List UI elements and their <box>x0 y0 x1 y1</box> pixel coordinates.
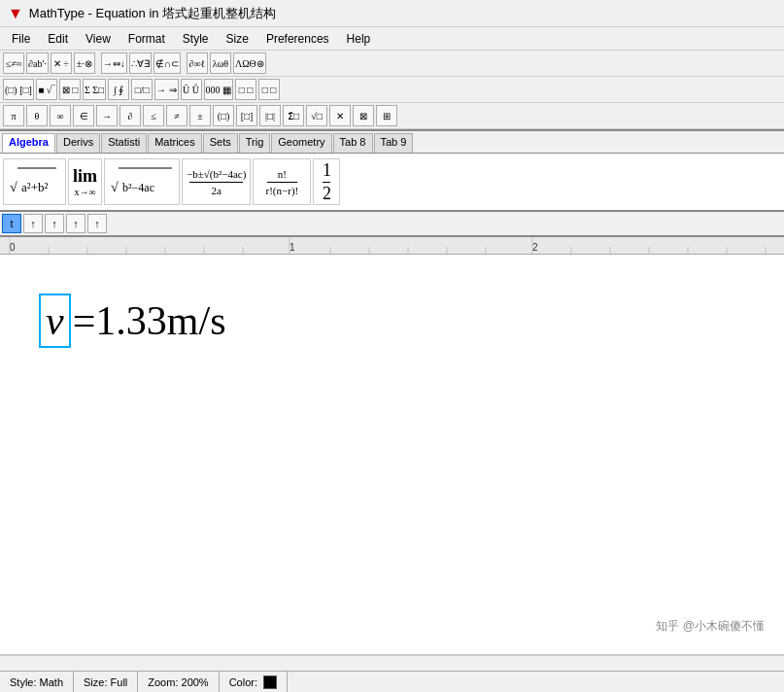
symbol-tabs: Algebra Derivs Statisti Matrices Sets Tr… <box>0 131 784 154</box>
tb-p2[interactable]: (□) <box>213 105 234 126</box>
tb-cross[interactable]: ✕ ÷ <box>51 52 72 74</box>
sym-sqrt-discriminant[interactable]: √ b²−4ac <box>104 158 180 205</box>
tb-arrows2[interactable]: → ⇒ <box>154 79 179 100</box>
equation-display: v =1.33m/s <box>39 294 745 348</box>
toolbar-row-3: π θ ∞ ∈ → ∂ ≤ ≠ ± (□) [□] |□| Σ̂□ √□ ✕ ⊠… <box>0 103 784 129</box>
tb-elem[interactable]: ∈ <box>73 105 94 126</box>
tb-parens[interactable]: (□) [□] <box>3 79 34 100</box>
tb-sets[interactable]: ∉∩⊂ <box>153 52 181 74</box>
tb-pm[interactable]: ± <box>189 105 211 126</box>
tab-geometry[interactable]: Geometry <box>271 133 331 153</box>
tb-times[interactable]: ✕ <box>329 105 351 126</box>
tab-sets[interactable]: Sets <box>203 133 238 153</box>
sym-sqrt-sum[interactable]: √ a²+b² <box>3 158 66 205</box>
menu-view[interactable]: View <box>78 30 119 48</box>
title-icon: ▼ <box>8 5 23 22</box>
tb-p3[interactable]: [□] <box>236 105 257 126</box>
tb-greek-u[interactable]: ΛΩΘ⊛ <box>233 52 266 74</box>
status-style: Style: Math <box>0 672 74 692</box>
tb-neq[interactable]: ≠ <box>166 105 187 126</box>
tab-8[interactable]: Tab 8 <box>333 133 373 153</box>
tb-more1[interactable]: □ □ <box>235 79 256 100</box>
status-bar: Style: Math Size: Full Zoom: 200% Color: <box>0 671 784 692</box>
status-color: Color: <box>220 672 288 692</box>
sym-combination[interactable]: n! r!(n−r)! <box>253 158 311 205</box>
tb-inequalities[interactable]: ≤≠≈ <box>3 52 24 74</box>
tab-algebra[interactable]: Algebra <box>2 133 55 153</box>
status-size: Size: Full <box>74 672 138 692</box>
bt-up1[interactable]: ↑ <box>23 214 43 233</box>
tab-derivs[interactable]: Derivs <box>56 133 100 153</box>
svg-text:a²+b²: a²+b² <box>21 180 48 194</box>
tb-dotplus[interactable]: ±·⊗ <box>74 52 95 74</box>
tb-misc2[interactable]: 000 ▦ <box>204 79 234 100</box>
svg-rect-6 <box>0 237 784 255</box>
bt-up4[interactable]: ↑ <box>87 214 107 233</box>
bt-t[interactable]: t <box>2 214 21 233</box>
tb-sqrt[interactable]: ■ √‾ <box>36 79 57 100</box>
menu-preferences[interactable]: Preferences <box>258 30 337 48</box>
bt-up3[interactable]: ↑ <box>66 214 85 233</box>
menu-help[interactable]: Help <box>339 30 379 48</box>
tb-boxplus[interactable]: ⊞ <box>376 105 397 126</box>
tb-greek-l[interactable]: λωθ <box>210 52 231 74</box>
ruler: 0 1 2 <box>0 237 784 255</box>
tb-more2[interactable]: □ □ <box>258 79 280 100</box>
equation-variable: v <box>39 294 71 348</box>
tb-leq[interactable]: ≤ <box>143 105 164 126</box>
sym-half[interactable]: 1 2 <box>313 158 340 205</box>
sym-quadratic[interactable]: −b±√(b²−4ac) 2a <box>182 158 251 205</box>
tb-sums[interactable]: Σ Σ□ <box>83 79 106 100</box>
svg-text:√: √ <box>111 180 119 194</box>
sym-limit[interactable]: lim x→∞ <box>68 158 102 205</box>
menu-size[interactable]: Size <box>219 30 256 48</box>
tb-logic[interactable]: ∴∀∃ <box>129 52 152 74</box>
tb-infty[interactable]: ∞ <box>50 105 71 126</box>
tab-statisti[interactable]: Statisti <box>101 133 147 153</box>
tb-pi[interactable]: π <box>3 105 24 126</box>
menu-style[interactable]: Style <box>175 30 217 48</box>
bottom-toolbar: t ↑ ↑ ↑ ↑ <box>0 212 784 237</box>
menu-format[interactable]: Format <box>120 30 173 48</box>
status-zoom: Zoom: 200% <box>138 672 219 692</box>
tb-calculus[interactable]: ∂ab'· <box>26 52 49 74</box>
tb-fracs[interactable]: □/□ <box>131 79 153 100</box>
tab-9[interactable]: Tab 9 <box>374 133 414 153</box>
tb-sqrts[interactable]: √□ <box>306 105 327 126</box>
title-bar: ▼ MathType - Equation in 塔式起重机整机结构 <box>0 0 784 27</box>
menu-file[interactable]: File <box>4 30 38 48</box>
tb-theta[interactable]: θ <box>26 105 48 126</box>
tb-decorated[interactable]: Ū Ů <box>181 79 202 100</box>
watermark: 知乎 @小木碗傻不懂 <box>656 618 765 635</box>
tab-matrices[interactable]: Matrices <box>148 133 202 153</box>
tb-p4[interactable]: |□| <box>259 105 281 126</box>
bt-up2[interactable]: ↑ <box>45 214 64 233</box>
tb-partial[interactable]: ∂ <box>119 105 141 126</box>
svg-text:2: 2 <box>532 242 538 253</box>
tb-integrals[interactable]: ∫ ∮ <box>108 79 129 100</box>
svg-text:1: 1 <box>290 242 295 253</box>
equation-expression: =1.33m/s <box>73 297 226 344</box>
tb-boxtimes[interactable]: ⊠ <box>353 105 374 126</box>
toolbar-area: ≤≠≈ ∂ab'· ✕ ÷ ±·⊗ →⇔↓ ∴∀∃ ∉∩⊂ ∂∞ℓ λωθ ΛΩ… <box>0 51 784 131</box>
toolbar-row-1: ≤≠≈ ∂ab'· ✕ ÷ ±·⊗ →⇔↓ ∴∀∃ ∉∩⊂ ∂∞ℓ λωθ ΛΩ… <box>0 51 784 77</box>
tb-sumhat[interactable]: Σ̂□ <box>283 105 304 126</box>
color-swatch <box>263 675 277 689</box>
svg-text:√: √ <box>10 180 17 194</box>
svg-text:0: 0 <box>10 242 16 253</box>
editor-area[interactable]: v =1.33m/s 知乎 @小木碗傻不懂 <box>0 255 784 655</box>
tab-trig[interactable]: Trig <box>239 133 271 153</box>
menu-edit[interactable]: Edit <box>40 30 76 48</box>
h-scrollbar[interactable] <box>0 655 784 671</box>
tb-boxes[interactable]: ⊠ □ <box>59 79 81 100</box>
svg-text:b²−4ac: b²−4ac <box>122 181 154 194</box>
menu-bar: File Edit View Format Style Size Prefere… <box>0 27 784 51</box>
tb-arr[interactable]: → <box>96 105 118 126</box>
toolbar-row-2: (□) [□] ■ √‾ ⊠ □ Σ Σ□ ∫ ∮ □/□ → ⇒ Ū Ů 00… <box>0 77 784 103</box>
tb-arrows1[interactable]: →⇔↓ <box>101 52 127 74</box>
symbol-content: √ a²+b² lim x→∞ √ b²−4ac −b±√(b²−4ac) 2a… <box>0 154 784 212</box>
tb-misc[interactable]: ∂∞ℓ <box>187 52 208 74</box>
title-text: MathType - Equation in 塔式起重机整机结构 <box>29 5 276 22</box>
